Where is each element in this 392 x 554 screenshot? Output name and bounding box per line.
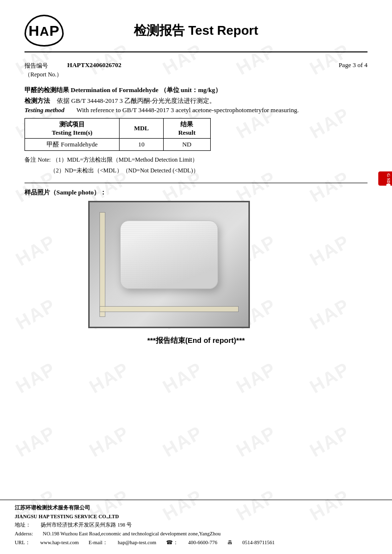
- side-stamp: G S技术服务转用章D: [378, 171, 392, 186]
- report-no-left: 报告编号 （Report No.） HAPTX2406026702: [24, 61, 122, 79]
- footer-address-cn: 扬州市经济技术开发区吴州东路 198 号: [41, 521, 132, 530]
- photo-frame: [88, 201, 250, 328]
- note2: （2）ND=未检出（<MDL）（ND=Not Detected (<MDL)）: [50, 167, 199, 174]
- watermark-tile: HAP: [306, 422, 353, 461]
- result-cell: ND: [163, 139, 210, 151]
- title-area: 检测报告 Test Report: [64, 22, 328, 39]
- photo-ruler-h: [99, 306, 239, 312]
- sample-photo-label: 样品照片（Sample photo）：: [24, 188, 368, 197]
- main-title: 检测报告 Test Report: [64, 22, 328, 39]
- col1-header: 测试项目 Testing Item(s): [25, 119, 120, 139]
- watermark-tile: HAP: [12, 422, 59, 461]
- footer-address-cn-row: 地址： 扬州市经济技术开发区吴州东路 198 号: [15, 521, 377, 530]
- logo-text: HAP: [28, 23, 59, 39]
- footer-company-cn: 江苏环谱检测技术服务有限公司: [15, 503, 377, 512]
- footer-company-en: JIANGSU HAP TESTING SERVICE CO.,LTD: [15, 512, 377, 521]
- footer-email-label: E-mail：: [89, 538, 108, 547]
- watermark-tile: HAP: [159, 422, 206, 461]
- footer-url-label: URL：: [15, 538, 30, 547]
- page-header: HAP 检测报告 Test Report: [24, 15, 368, 52]
- method-label-cn: 检测方法: [24, 96, 54, 105]
- test-method-en-row: Testing method With reference to GB/T 34…: [24, 106, 368, 114]
- report-no-row: 报告编号 （Report No.） HAPTX2406026702 Page 3…: [24, 61, 368, 79]
- end-report: ***报告结束(End of report)***: [24, 336, 368, 345]
- notes-block: 备注 Note: （1）MDL=方法检出限（MDL=Method Detecti…: [24, 155, 368, 176]
- footer-url: www.hap-test.com: [40, 538, 79, 547]
- method-label-en: Testing method: [24, 106, 74, 114]
- divider: [24, 183, 368, 183]
- method-value-cn: 依据 GB/T 34448-2017 3 乙酰丙酮-分光光度法进行测定。: [57, 96, 216, 105]
- note1: （1）MDL=方法检出限（MDL=Method Detection Limit）: [52, 156, 198, 163]
- footer-fax-label: 🖷: [227, 538, 233, 547]
- watermark-tile: HAP: [86, 422, 133, 461]
- page-footer: 江苏环谱检测技术服务有限公司 JIANGSU HAP TESTING SERVI…: [0, 500, 392, 547]
- footer-phone: 400-6600-776: [188, 538, 218, 547]
- footer-contact-row: URL： www.hap-test.com E-mail： hap@hap-te…: [15, 538, 377, 547]
- test-method-cn-row: 检测方法 依据 GB/T 34448-2017 3 乙酰丙酮-分光光度法进行测定…: [24, 96, 368, 105]
- footer-address-label-en: Adderss:: [15, 530, 33, 538]
- report-no-label: 报告编号 （Report No.）: [24, 61, 62, 79]
- col2-header: MDL: [120, 119, 163, 139]
- result-table: 测试项目 Testing Item(s) MDL 结果 Result 甲醛 Fo…: [24, 118, 211, 151]
- watermark-tile: HAP: [233, 422, 280, 461]
- section-title: 甲醛的检测结果 Determination of Formaldehyde （单…: [24, 86, 368, 95]
- col3-header: 结果 Result: [163, 119, 210, 139]
- method-value-en: With reference to GB/T 34448-2017 3 acet…: [76, 106, 299, 114]
- table-row: 甲醛 Formaldehyde 10 ND: [25, 139, 211, 151]
- photo-product: [120, 220, 218, 289]
- footer-address-label-cn: 地址：: [15, 521, 31, 530]
- photo-texture: [121, 221, 218, 289]
- report-no-value: HAPTX2406026702: [67, 61, 122, 79]
- footer-email: hap@hap-test.com: [118, 538, 156, 547]
- sample-photo-section: 样品照片（Sample photo）：: [24, 188, 368, 328]
- mdl-cell: 10: [120, 139, 163, 151]
- item-cell: 甲醛 Formaldehyde: [25, 139, 120, 151]
- footer-address-en: NO.198 Wuzhou East Road,economic and tec…: [43, 530, 220, 538]
- testing-block: 检测方法 依据 GB/T 34448-2017 3 乙酰丙酮-分光光度法进行测定…: [24, 96, 368, 114]
- footer-fax: 0514-89711561: [243, 538, 275, 547]
- logo-box: HAP: [24, 15, 64, 47]
- page-num: Page 3 of 4: [339, 61, 368, 69]
- footer-phone-label: ☎：: [166, 538, 178, 547]
- notes-label: 备注 Note:: [24, 156, 51, 163]
- footer-address-en-row: Adderss: NO.198 Wuzhou East Road,economi…: [15, 530, 377, 538]
- photo-inner: [90, 202, 248, 327]
- logo-area: HAP: [24, 15, 64, 47]
- photo-ruler-v: [99, 212, 105, 317]
